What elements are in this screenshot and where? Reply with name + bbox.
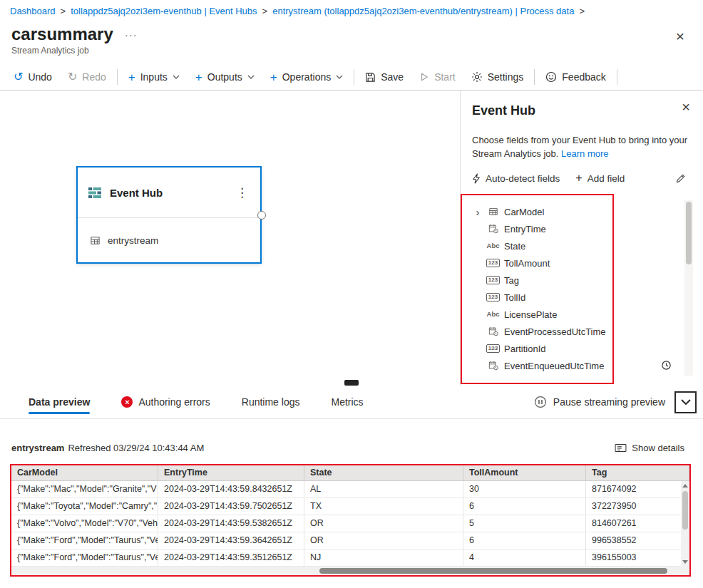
auto-detect-fields-button[interactable]: Auto-detect fields — [472, 173, 560, 184]
save-button[interactable]: Save — [357, 64, 411, 90]
save-icon — [365, 72, 376, 83]
node-input-name: entrystream — [108, 235, 158, 246]
field-row-eventenqueuedutctime[interactable]: EventEnqueuedUtcTime — [473, 357, 610, 374]
history-clock-icon[interactable] — [661, 360, 672, 371]
cell-tollamount: 30 — [463, 481, 586, 497]
node-title: Event Hub — [110, 187, 163, 199]
inputs-label: Inputs — [140, 71, 168, 83]
chevron-down-icon — [247, 75, 255, 79]
field-row-partitionid[interactable]: 123 PartitionId — [473, 340, 610, 357]
toolbar-divider — [117, 69, 118, 85]
chevron-down-icon — [173, 75, 180, 79]
node-menu-icon[interactable]: ⋮ — [234, 185, 250, 200]
cell-entrytime: 2024-03-29T14:43:59.3512651Z — [158, 550, 304, 566]
collapse-panel-button[interactable] — [674, 391, 697, 413]
scrollbar-thumb[interactable] — [319, 568, 667, 574]
pause-streaming-button[interactable]: Pause streaming preview — [534, 396, 665, 408]
breadcrumb-link-eventhub[interactable]: tollappdz5ajq2ozi3em-eventhub | Event Hu… — [71, 6, 257, 16]
datetime-icon — [487, 326, 499, 336]
cell-carmodel: {"Make":"Ford","Model":"Taurus","Ve — [11, 550, 158, 566]
column-header[interactable]: State — [304, 465, 463, 480]
close-icon[interactable]: × — [676, 29, 684, 43]
column-header[interactable]: CarModel — [11, 465, 158, 480]
plus-icon: + — [575, 172, 582, 184]
table-row: {"Make":"Mac","Model":"Granite","V 2024-… — [11, 481, 689, 498]
breadcrumb-separator: > — [61, 6, 66, 16]
tab-metrics[interactable]: Metrics — [331, 386, 363, 418]
vertical-scrollbar[interactable] — [681, 481, 689, 567]
string-type-icon: Abc — [487, 311, 499, 318]
scroll-up-arrow[interactable] — [682, 484, 688, 488]
diagram-canvas[interactable]: Event Hub ⋮ entrystream Event Hub × Choo… — [0, 91, 703, 386]
field-row-eventprocessedutctime[interactable]: EventProcessedUtcTime — [473, 323, 610, 340]
breadcrumb-link-process-data[interactable]: entrystream (tollappdz5ajq2ozi3em-eventh… — [272, 6, 574, 16]
scrollbar-thumb[interactable] — [686, 202, 692, 264]
show-details-button[interactable]: Show details — [615, 443, 684, 453]
add-operations-button[interactable]: + Operations — [262, 64, 351, 90]
tab-data-preview[interactable]: Data preview — [29, 386, 90, 418]
details-pane-icon — [615, 443, 627, 453]
close-icon[interactable]: × — [682, 100, 690, 114]
panel-description: Choose fields from your Event Hub to bri… — [472, 133, 692, 160]
table-header-row: CarModel EntryTime State TollAmount Tag — [11, 465, 689, 481]
column-header[interactable]: Tag — [586, 465, 689, 480]
cell-carmodel: {"Make":"Toyota","Model":"Camry"," — [11, 498, 158, 515]
learn-more-link[interactable]: Learn more — [561, 148, 608, 159]
column-header[interactable]: TollAmount — [463, 465, 586, 480]
more-options-icon[interactable]: ··· — [125, 29, 138, 41]
edit-pencil-icon[interactable] — [675, 173, 686, 184]
cell-entrytime: 2024-03-29T14:43:59.7502651Z — [158, 498, 304, 515]
field-name: EventProcessedUtcTime — [504, 326, 606, 337]
plus-icon: + — [195, 71, 202, 83]
undo-button[interactable]: ↺ Undo — [6, 64, 60, 90]
tab-authoring-errors[interactable]: × Authoring errors — [121, 386, 210, 418]
add-field-button[interactable]: + Add field — [575, 172, 625, 184]
panel-resize-handle[interactable] — [344, 380, 359, 386]
settings-button[interactable]: Settings — [463, 64, 532, 90]
plus-icon: + — [128, 71, 135, 83]
field-name: CarModel — [504, 207, 544, 217]
node-output-port[interactable] — [257, 211, 266, 220]
outputs-label: Outputs — [207, 71, 242, 83]
toolbar-divider — [534, 69, 535, 85]
field-row-tag[interactable]: 123 Tag — [473, 272, 610, 289]
pause-label: Pause streaming preview — [553, 396, 665, 408]
horizontal-scrollbar[interactable] — [11, 567, 681, 575]
add-inputs-button[interactable]: + Inputs — [120, 64, 188, 90]
add-outputs-button[interactable]: + Outputs — [188, 64, 262, 90]
cell-entrytime: 2024-03-29T14:43:59.3642651Z — [158, 532, 304, 549]
field-row-carmodel[interactable]: › CarModel — [473, 203, 610, 220]
chevron-down-icon — [681, 399, 691, 405]
cell-entrytime: 2024-03-29T14:43:59.8432651Z — [158, 481, 304, 497]
table-icon — [90, 235, 101, 246]
breadcrumb-link-dashboard[interactable]: Dashboard — [10, 6, 56, 16]
cell-carmodel: {"Make":"Volvo","Model":"V70","Veh — [11, 515, 158, 532]
breadcrumb-separator: > — [579, 6, 585, 16]
field-row-entrytime[interactable]: EntryTime — [473, 220, 610, 237]
event-hub-icon — [88, 185, 102, 200]
feedback-button[interactable]: Feedback — [538, 64, 613, 90]
breadcrumb: Dashboard > tollappdz5ajq2ozi3em-eventhu… — [0, 0, 703, 21]
redo-button[interactable]: ↻ Redo — [60, 64, 114, 90]
field-row-tollamount[interactable]: 123 TollAmount — [473, 254, 610, 272]
error-icon: × — [121, 396, 133, 408]
scroll-down-arrow[interactable] — [682, 560, 688, 564]
node-event-hub[interactable]: Event Hub ⋮ entrystream — [76, 166, 262, 264]
datetime-icon — [487, 361, 499, 371]
chevron-right-icon[interactable]: › — [473, 207, 482, 217]
field-name: LicensePlate — [504, 309, 557, 320]
lightning-icon — [472, 173, 481, 184]
field-row-tollid[interactable]: 123 TollId — [473, 289, 610, 306]
gear-icon — [471, 71, 483, 83]
cell-carmodel: {"Make":"Mac","Model":"Granite","V — [11, 481, 158, 497]
datetime-icon — [487, 224, 499, 234]
panel-scrollbar[interactable] — [684, 200, 693, 376]
scrollbar-corner — [681, 567, 689, 575]
field-row-licenseplate[interactable]: Abc LicensePlate — [473, 306, 610, 323]
column-header[interactable]: EntryTime — [158, 465, 304, 480]
start-button[interactable]: Start — [411, 64, 463, 90]
tab-runtime-logs[interactable]: Runtime logs — [242, 386, 300, 418]
scrollbar-thumb[interactable] — [682, 491, 688, 530]
panel-title: Event Hub — [472, 103, 535, 118]
field-row-state[interactable]: Abc State — [473, 237, 610, 254]
